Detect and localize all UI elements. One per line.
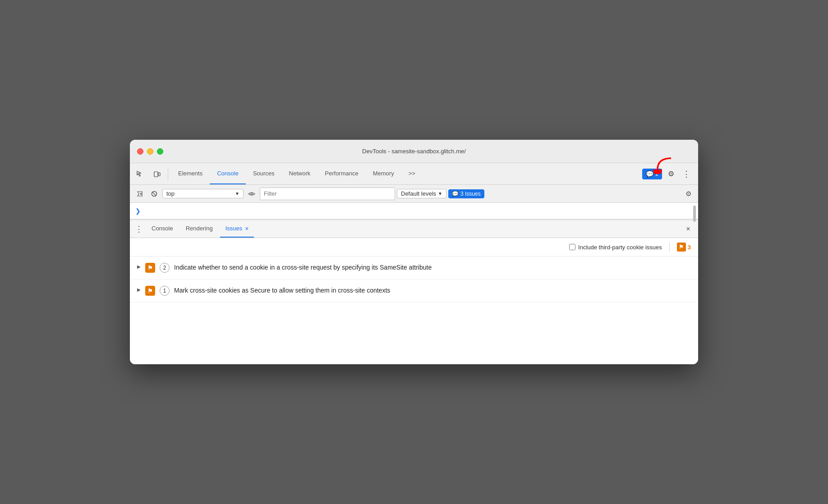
prompt-area: ❯ (130, 203, 698, 220)
expand-arrow-icon-1: ▶ (137, 264, 141, 269)
default-levels-label: Default levels (401, 190, 436, 197)
default-levels-dropdown[interactable]: Default levels ▼ (397, 189, 446, 198)
tab-sources[interactable]: Sources (246, 163, 282, 184)
main-toolbar: Elements Console Sources Network Perform… (130, 163, 698, 185)
third-party-label: Include third-party cookie issues (578, 244, 662, 251)
prompt-line: ❯ (130, 203, 698, 219)
tab-memory[interactable]: Memory (366, 163, 401, 184)
maximize-button[interactable] (157, 148, 163, 155)
chevron-down-icon: ▼ (235, 191, 239, 196)
nav-tabs: Elements Console Sources Network Perform… (171, 163, 641, 184)
tab-elements[interactable]: Elements (171, 163, 210, 184)
toolbar-right: 💬 2 ⚙ ⋮ (642, 163, 696, 184)
issues-bar-label: 3 Issues (460, 191, 481, 197)
svg-line-7 (152, 192, 156, 196)
toolbar-divider-1 (168, 167, 168, 181)
issue-row-2[interactable]: ▶ ⚑ 1 Mark cross-site cookies as Secure … (130, 279, 698, 302)
issue-text-2: Mark cross-site cookies as Secure to all… (174, 286, 390, 295)
scrollbar-track[interactable] (693, 205, 696, 217)
issues-header: Include third-party cookie issues ⚑ 3 (130, 238, 698, 257)
svg-point-8 (251, 193, 253, 195)
inspect-element-button[interactable] (132, 163, 148, 184)
svg-rect-0 (154, 172, 158, 177)
drawer-tab-rendering[interactable]: Rendering (180, 220, 218, 238)
close-button[interactable] (137, 148, 143, 155)
header-divider (669, 243, 670, 252)
tab-console[interactable]: Console (210, 163, 246, 184)
third-party-checkbox[interactable] (569, 244, 575, 250)
scrollbar-thumb (693, 206, 696, 222)
minimize-button[interactable] (147, 148, 153, 155)
svg-marker-3 (138, 192, 142, 196)
warning-icon-1: ⚑ (145, 263, 155, 273)
count-circle-2: 1 (160, 286, 170, 296)
drawer-tab-console[interactable]: Console (146, 220, 179, 238)
context-selector[interactable]: top ▼ (162, 189, 244, 198)
expand-arrow-icon-2: ▶ (137, 287, 141, 292)
console-settings-button[interactable]: ⚙ (682, 188, 695, 200)
console-toolbar: top ▼ Default levels ▼ 💬 3 Issues ⚙ (130, 185, 698, 203)
chevron-down-icon-2: ▼ (438, 191, 442, 196)
eye-icon[interactable] (245, 188, 258, 200)
context-value: top (166, 190, 175, 197)
count-circle-1: 2 (160, 263, 170, 273)
titlebar: DevTools - samesite-sandbox.glitch.me/ (130, 140, 698, 163)
settings-button[interactable]: ⚙ (664, 167, 678, 181)
issues-count: 2 (655, 171, 658, 177)
clear-console-button[interactable] (133, 188, 146, 200)
tab-network[interactable]: Network (282, 163, 318, 184)
device-toolbar-button[interactable] (149, 163, 165, 184)
tab-more[interactable]: >> (401, 163, 423, 184)
header-warning-icon: ⚑ (677, 243, 686, 252)
issues-panel: Include third-party cookie issues ⚑ 3 ▶ … (130, 238, 698, 364)
issues-bar-icon: 💬 (452, 191, 459, 197)
more-options-button[interactable]: ⋮ (680, 169, 693, 179)
devtools-window: DevTools - samesite-sandbox.glitch.me/ E… (130, 140, 698, 364)
total-count: 3 (688, 244, 691, 251)
drawer-tab-issues[interactable]: Issues × (220, 220, 254, 238)
prompt-chevron-icon: ❯ (135, 207, 141, 215)
stop-button[interactable] (148, 188, 161, 200)
issue-text-1: Indicate whether to send a cookie in a c… (174, 263, 432, 272)
filter-input[interactable] (260, 188, 395, 200)
window-title: DevTools - samesite-sandbox.glitch.me/ (362, 148, 466, 155)
close-tab-icon[interactable]: × (245, 225, 248, 232)
warning-icon-2: ⚑ (145, 286, 155, 296)
tab-performance[interactable]: Performance (317, 163, 365, 184)
third-party-checkbox-label[interactable]: Include third-party cookie issues (569, 244, 662, 251)
drawer-more-button[interactable]: ⋮ (133, 223, 144, 235)
issue-count-badge: ⚑ 3 (677, 243, 691, 252)
issues-button[interactable]: 💬 2 (642, 169, 662, 179)
drawer: ⋮ Console Rendering Issues × × Include t… (130, 220, 698, 364)
issues-icon: 💬 (646, 170, 653, 178)
drawer-tabs: ⋮ Console Rendering Issues × × (130, 220, 698, 238)
drawer-close-button[interactable]: × (682, 223, 695, 235)
traffic-lights (137, 148, 163, 155)
svg-rect-1 (158, 173, 160, 176)
issue-row-1[interactable]: ▶ ⚑ 2 Indicate whether to send a cookie … (130, 257, 698, 279)
issues-bar-button[interactable]: 💬 3 Issues (448, 189, 484, 198)
